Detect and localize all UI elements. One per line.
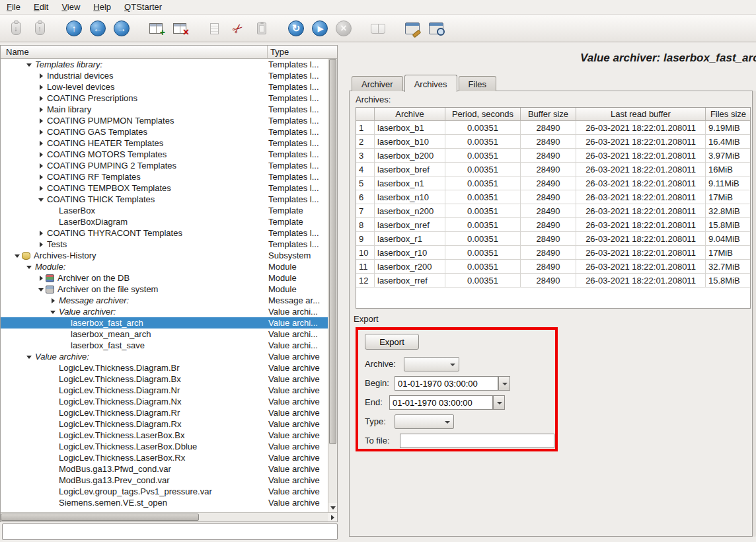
expanded-arrow-icon[interactable]	[26, 351, 34, 362]
status-input[interactable]	[2, 523, 338, 540]
tofile-input[interactable]	[400, 434, 554, 448]
tree-column-header-name[interactable]: Name	[1, 46, 268, 58]
tree-item[interactable]: LaserBoxTemplate	[1, 205, 328, 216]
collapsed-arrow-icon[interactable]	[38, 182, 46, 194]
begin-datetime-input[interactable]	[395, 376, 498, 391]
tree-item[interactable]: COATING TEMPBOX TemplatesTemplates l...	[1, 182, 328, 194]
table-row[interactable]: 7laserbox_n2000.003512849026-03-2021 18:…	[356, 204, 750, 218]
table-row[interactable]: 1laserbox_b10.003512849026-03-2021 18:22…	[356, 121, 750, 135]
table-header-cell[interactable]: Archive	[375, 108, 445, 121]
expanded-arrow-icon[interactable]	[14, 250, 22, 261]
tree-item[interactable]: COATING RF TemplatesTemplates l...	[1, 171, 328, 182]
tree-column-header-type[interactable]: Type	[268, 46, 337, 58]
collapsed-arrow-icon[interactable]	[38, 227, 46, 239]
tree-item[interactable]: COATING PUMPMON TemplatesTemplates l...	[1, 115, 328, 126]
tree-item[interactable]: Value archiver:Value archi...	[1, 306, 328, 317]
tree-item[interactable]: LaserBoxDiagramTemplate	[1, 216, 328, 227]
table-header-cell[interactable]: Period, seconds	[445, 108, 521, 121]
expanded-arrow-icon[interactable]	[38, 284, 46, 295]
expanded-arrow-icon[interactable]	[26, 59, 34, 70]
tree-item[interactable]: laserbox_mean_archValue archi...	[1, 329, 328, 340]
table-header-cell[interactable]: Files size	[706, 108, 751, 121]
tree-item[interactable]: Siemens.semen.VE.st_openValue archive	[1, 497, 328, 508]
table-header-cell[interactable]	[356, 108, 375, 121]
tree-item[interactable]: LogicLev.Thickness.LaserBox.RxValue arch…	[1, 452, 328, 463]
menu-item-view[interactable]: View	[55, 0, 87, 14]
delete-item-button[interactable]	[168, 17, 192, 40]
scroll-down-button[interactable]	[328, 503, 337, 512]
tree-item[interactable]: LogicLev.Thickness.LaserBox.DblueValue a…	[1, 441, 328, 452]
tree-item[interactable]: LogicLev.Thickness.Diagram.RxValue archi…	[1, 418, 328, 430]
save-to-db-button[interactable]	[28, 17, 52, 40]
tree-item[interactable]: ModBus.ga13.Prev_cond.varValue archive	[1, 475, 328, 486]
tree-vertical-scrollbar[interactable]	[328, 59, 337, 512]
tree-item[interactable]: COATING PUMPING 2 TemplatesTemplates l..…	[1, 160, 328, 171]
begin-dropdown-button[interactable]	[498, 376, 510, 391]
expanded-arrow-icon[interactable]	[38, 194, 46, 205]
tree-item[interactable]: LogicLev.group_tags.Pvs1_pressure.varVal…	[1, 486, 328, 497]
menu-item-help[interactable]: Help	[87, 0, 118, 14]
qtconf-button[interactable]	[400, 17, 424, 40]
collapsed-arrow-icon[interactable]	[38, 137, 46, 149]
tree-item[interactable]: COATING HEATER TemplatesTemplates l...	[1, 137, 328, 149]
table-row[interactable]: 6laserbox_n100.003512849026-03-2021 18:2…	[356, 190, 750, 204]
tree-item[interactable]: LogicLev.Thickness.Diagram.RrValue archi…	[1, 407, 328, 418]
menu-item-edit[interactable]: Edit	[27, 0, 55, 14]
tree-item[interactable]: laserbox_fast_archValue archi...	[1, 317, 328, 329]
tree-item[interactable]: Archiver on the file systemModule	[1, 284, 328, 295]
tree-item[interactable]: COATING THYRACONT TemplatesTemplates l..…	[1, 227, 328, 239]
table-row[interactable]: 12laserbox_rref0.003512849026-03-2021 18…	[356, 274, 750, 288]
table-row[interactable]: 4laserbox_bref0.003512849026-03-2021 18:…	[356, 163, 750, 176]
load-from-db-button[interactable]	[4, 17, 28, 40]
copy-item-button[interactable]	[202, 17, 226, 40]
manual-button[interactable]	[366, 17, 390, 40]
scrollbar-thumb[interactable]	[1, 514, 199, 521]
table-row[interactable]: 5laserbox_n10.003512849026-03-2021 18:22…	[356, 176, 750, 190]
tree-item[interactable]: COATING GAS TemplatesTemplates l...	[1, 126, 328, 137]
stop-button[interactable]	[332, 17, 356, 40]
collapsed-arrow-icon[interactable]	[38, 239, 46, 250]
tree-item[interactable]: LogicLev.Thickness.Diagram.NrValue archi…	[1, 385, 328, 396]
tab-archives[interactable]: Archives	[404, 75, 457, 92]
collapsed-arrow-icon[interactable]	[38, 149, 46, 160]
table-row[interactable]: 10laserbox_r100.003512849026-03-2021 18:…	[356, 246, 750, 260]
tree-item[interactable]: LogicLev.Thickness.Diagram.NxValue archi…	[1, 396, 328, 407]
archive-select[interactable]	[404, 357, 459, 371]
tree-item[interactable]: LogicLev.Thickness.Diagram.BrValue archi…	[1, 362, 328, 373]
add-item-button[interactable]	[144, 17, 168, 40]
tree-item[interactable]: Module:Module	[1, 261, 328, 272]
tree-item[interactable]: Value archive:Value archive	[1, 351, 328, 362]
export-button[interactable]: Export	[365, 334, 419, 350]
table-row[interactable]: 8laserbox_nref0.003512849026-03-2021 18:…	[356, 218, 750, 232]
scroll-right-button[interactable]	[328, 513, 337, 522]
table-header-cell[interactable]: Buffer size	[521, 108, 576, 121]
tree-item[interactable]: COATING THICK TemplatesTemplates l...	[1, 194, 328, 205]
main-vertical-scrollbar[interactable]	[753, 91, 756, 537]
cut-item-button[interactable]	[226, 17, 250, 40]
tree-item[interactable]: Main libraryTemplates l...	[1, 104, 328, 115]
table-row[interactable]: 3laserbox_b2000.003512849026-03-2021 18:…	[356, 149, 750, 163]
table-header-cell[interactable]: Last read buffer	[576, 108, 706, 121]
up-level-button[interactable]	[62, 17, 86, 40]
collapsed-arrow-icon[interactable]	[38, 160, 46, 171]
collapsed-arrow-icon[interactable]	[38, 104, 46, 115]
tree-item[interactable]: ModBus.ga13.Pfwd_cond.varValue archive	[1, 463, 328, 475]
paste-item-button[interactable]	[250, 17, 274, 40]
back-button[interactable]	[86, 17, 110, 40]
tree-item[interactable]: Archives-HistorySubsystem	[1, 250, 328, 261]
menu-item-qtstarter[interactable]: QTStarter	[118, 0, 169, 14]
collapsed-arrow-icon[interactable]	[50, 295, 57, 306]
tree-item[interactable]: COATING MOTORS TemplatesTemplates l...	[1, 149, 328, 160]
table-row[interactable]: 2laserbox_b100.003512849026-03-2021 18:2…	[356, 135, 750, 149]
collapsed-arrow-icon[interactable]	[38, 272, 46, 284]
tree-item[interactable]: laserbox_fast_saveValue archi...	[1, 340, 328, 351]
end-dropdown-button[interactable]	[493, 395, 505, 410]
tree-item[interactable]: LogicLev.Thickness.Diagram.BxValue archi…	[1, 373, 328, 385]
scrollbar-thumb[interactable]	[329, 59, 336, 444]
expanded-arrow-icon[interactable]	[26, 261, 34, 272]
refresh-button[interactable]	[284, 17, 308, 40]
forward-button[interactable]	[110, 17, 133, 40]
tree-item[interactable]: LogicLev.Thickness.LaserBox.BxValue arch…	[1, 430, 328, 441]
collapsed-arrow-icon[interactable]	[38, 70, 46, 81]
collapsed-arrow-icon[interactable]	[38, 81, 46, 93]
